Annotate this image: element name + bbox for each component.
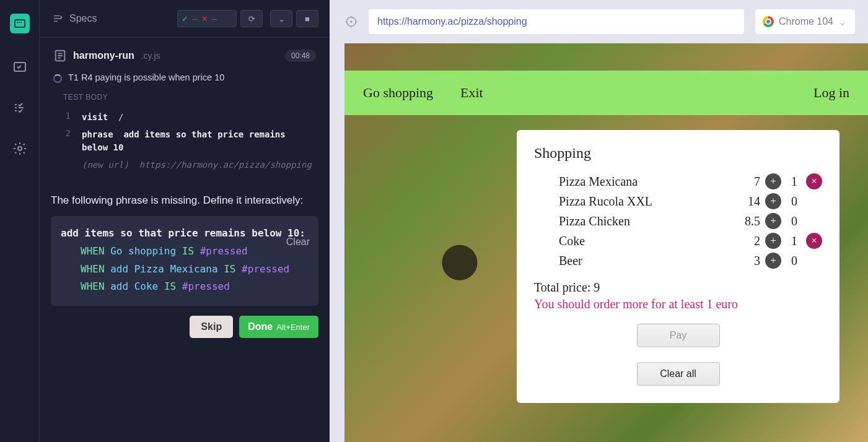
svg-point-1 [17, 22, 18, 23]
done-label: Done [248, 321, 273, 332]
total-row: Total price: 9 [534, 280, 822, 295]
svg-point-8 [351, 21, 352, 22]
item-name: Beer [534, 254, 729, 268]
app-logo [10, 14, 30, 33]
item-qty: 0 [787, 254, 801, 268]
card-title: Shopping [534, 145, 822, 162]
item-price: 8.5 [729, 214, 760, 228]
item-name: Pizza Mexicana [534, 175, 729, 189]
add-button[interactable]: + [765, 253, 781, 269]
done-button[interactable]: Done Alt+Enter [239, 316, 318, 338]
item-row: Pizza Rucola XXL14+0 [534, 191, 822, 211]
reload-button[interactable]: ⟳ [240, 10, 263, 27]
test-status-summary[interactable]: ✓-- ✕-- [177, 10, 237, 27]
item-row: Coke2+1× [534, 231, 822, 251]
specs-icon[interactable] [12, 59, 27, 74]
svg-point-3 [20, 22, 22, 23]
chevron-down-icon: ⌄ [278, 14, 285, 24]
svg-point-5 [18, 147, 22, 150]
item-price: 2 [729, 234, 760, 248]
file-icon [53, 49, 67, 63]
chevron-down-icon: ⌄ [838, 16, 846, 28]
activity-bar [0, 0, 40, 442]
done-shortcut: Alt+Enter [276, 323, 310, 332]
remove-button[interactable]: × [806, 173, 822, 189]
phrase-step[interactable]: WHEN add Pizza Mexicana IS #pressed [61, 261, 309, 279]
runner-panel: Specs ✓-- ✕-- ⟳ ⌄ ■ harmony-run.cy.js 00… [40, 0, 330, 442]
shopping-card: Shopping Pizza Mexicana7+1×Pizza Rucola … [517, 130, 840, 403]
svg-point-2 [19, 22, 20, 23]
spec-header: harmony-run.cy.js 00:48 [40, 38, 330, 70]
command-comment: (new url) https://harmony.ac/pizza/shopp… [53, 157, 316, 174]
item-price: 3 [729, 254, 760, 268]
reload-icon: ⟳ [248, 14, 255, 24]
clear-all-button[interactable]: Clear all [637, 362, 720, 386]
browser-bar: https://harmony.ac/pizza/shopping Chrome… [330, 0, 868, 43]
item-qty: 0 [787, 214, 801, 228]
selector-target-icon[interactable] [344, 15, 358, 28]
line-number: 1 [62, 111, 71, 124]
command-log: 1 visit / 2 phrase add items so that pri… [40, 106, 330, 183]
line-number: 2 [62, 128, 71, 155]
min-order-warning: You should order more for at least 1 eur… [534, 297, 822, 311]
check-icon: ✓ [182, 14, 188, 24]
test-title: T1 R4 paying is possible when price 10 [68, 72, 224, 82]
item-qty: 1 [787, 234, 801, 248]
pay-button[interactable]: Pay [637, 324, 720, 347]
phrase-step[interactable]: WHEN Go shopping IS #pressed [61, 243, 309, 261]
app-nav: Go shopping Exit Log in [344, 71, 868, 115]
x-icon: ✕ [201, 14, 208, 24]
phrase-editor[interactable]: Clear add items so that price remains be… [51, 216, 318, 306]
expand-button[interactable]: ⌄ [270, 10, 292, 27]
specs-breadcrumb[interactable]: Specs [52, 13, 170, 24]
item-price: 14 [729, 194, 760, 209]
spec-file-ext: .cy.js [141, 51, 160, 61]
test-body-label: TEST BODY [40, 89, 330, 106]
item-price: 7 [729, 175, 760, 189]
phrase-name: add items so that price remains below 10… [61, 225, 309, 243]
item-row: Pizza Chicken8.5+0 [534, 211, 822, 231]
browser-selector[interactable]: Chrome 104 ⌄ [755, 9, 856, 35]
phrase-prompt: The following phrase is missing. Define … [51, 193, 318, 209]
nav-login[interactable]: Log in [813, 85, 849, 101]
item-name: Pizza Chicken [534, 214, 729, 228]
spinner-icon [53, 74, 62, 83]
url-bar[interactable]: https://harmony.ac/pizza/shopping [368, 9, 745, 35]
nav-exit[interactable]: Exit [460, 85, 483, 101]
runs-icon[interactable] [12, 100, 27, 115]
stop-button[interactable]: ■ [296, 10, 318, 27]
remove-button[interactable]: × [806, 233, 822, 249]
total-value: 9 [594, 280, 600, 294]
stop-icon: ■ [305, 14, 310, 24]
app-viewport: Go shopping Exit Log in Shopping Pizza M… [344, 43, 868, 442]
svg-rect-0 [15, 20, 25, 27]
item-row: Beer3+0 [534, 251, 822, 271]
add-button[interactable]: + [765, 213, 781, 229]
settings-icon[interactable] [12, 141, 27, 156]
item-row: Pizza Mexicana7+1× [534, 171, 822, 191]
add-button[interactable]: + [765, 233, 781, 249]
skip-button[interactable]: Skip [190, 316, 233, 338]
item-qty: 0 [787, 194, 801, 209]
phrase-step[interactable]: WHEN add Coke IS #pressed [61, 278, 309, 296]
browser-name: Chrome 104 [779, 16, 833, 27]
chrome-icon [763, 16, 774, 27]
spec-filename: harmony-run [73, 50, 134, 61]
add-button[interactable]: + [765, 193, 781, 209]
runner-toolbar: Specs ✓-- ✕-- ⟳ ⌄ ■ [40, 0, 330, 38]
elapsed-timer: 00:48 [285, 50, 316, 62]
add-button[interactable]: + [765, 173, 781, 189]
test-title-row[interactable]: T1 R4 paying is possible when price 10 [40, 70, 330, 89]
command-row[interactable]: 2 phrase add items so that price remains… [53, 126, 316, 157]
clear-link[interactable]: Clear [286, 233, 310, 251]
item-name: Coke [534, 234, 729, 248]
item-name: Pizza Rucola XXL [534, 194, 729, 209]
item-qty: 1 [787, 175, 801, 189]
app-preview: https://harmony.ac/pizza/shopping Chrome… [330, 0, 868, 442]
phrase-definition-panel: The following phrase is missing. Define … [40, 183, 330, 350]
command-row[interactable]: 1 visit / [53, 109, 316, 126]
nav-go-shopping[interactable]: Go shopping [363, 85, 433, 101]
